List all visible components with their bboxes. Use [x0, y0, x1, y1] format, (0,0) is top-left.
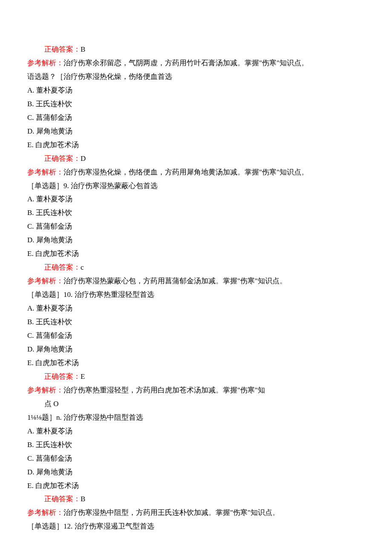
option-e: E. 白虎加苍术汤: [27, 356, 365, 370]
answer-label: 正确答案：: [44, 263, 81, 271]
answer-label: 正确答案：: [44, 372, 81, 381]
answer-line: 正确答案：D: [27, 152, 365, 166]
answer-line: 正确答案：B: [27, 492, 365, 506]
explanation-continue: 点 O: [27, 397, 365, 411]
option-b: B. 王氏连朴饮: [27, 438, 365, 452]
explanation-label: 参考解析：: [27, 277, 63, 285]
explanation-line: 参考解析：治疗伤寒热重湿轻型，方药用白虎加苍术汤加减。掌握"伤寒"知: [27, 384, 365, 397]
option-d: D. 犀角地黄汤: [27, 233, 365, 247]
explanation-label: 参考解析：: [27, 168, 63, 176]
option-a: A. 董朴夏苓汤: [27, 302, 365, 315]
explanation-text: 治疗伤寒湿热中阻型，方药用王氏连朴饮加减。掌握"伤寒"知识点。: [63, 509, 280, 517]
answer-line: 正确答案：c: [27, 261, 365, 274]
explanation-line: 参考解析：治疗伤寒湿热中阻型，方药用王氏连朴饮加减。掌握"伤寒"知识点。: [27, 506, 365, 520]
answer-label: 正确答案：: [44, 154, 81, 163]
explanation-label: 参考解析：: [27, 386, 63, 394]
option-c: C. 菖蒲郁金汤: [27, 452, 365, 465]
answer-line: 正确答案：E: [27, 370, 365, 384]
option-d: D. 犀角地黄汤: [27, 465, 365, 479]
explanation-label: 参考解析：: [27, 59, 63, 67]
option-b: B. 王氏连朴饮: [27, 206, 365, 220]
option-e: E. 白虎加苍术汤: [27, 247, 365, 261]
option-e: E. 白虎加苍术汤: [27, 138, 365, 152]
answer-value: B: [81, 45, 85, 53]
option-a: A. 董朴夏苓汤: [27, 424, 365, 438]
explanation-text: 治疗伤寒湿热化燥，伤络便血，方药用犀角地黄汤加减。掌握"伤寒"知识点。: [63, 168, 308, 176]
question-stem: 语选题？［治疗伤寒湿热化燥，伤络便血首选: [27, 70, 365, 84]
option-c: C. 菖蒲郁金汤: [27, 111, 365, 125]
answer-label: 正确答案：: [44, 495, 81, 503]
option-c: C. 菖蒲郁金汤: [27, 329, 365, 343]
option-b: B. 王氏连朴饮: [27, 315, 365, 329]
answer-value: E: [81, 372, 85, 381]
question-stem: ［单选题］10. 治疗伤寒热重湿轻型首选: [27, 288, 365, 302]
answer-value: B: [81, 495, 85, 503]
option-a: A. 董朴夏苓汤: [27, 192, 365, 206]
question-stem: ［单选题］9. 治疗伤寒湿热蒙蔽心包首选: [27, 179, 365, 193]
explanation-text: 治疗伤寒余邪留恋，气阴两虚，方药用竹叶石膏汤加减。掌握"伤寒"知识点。: [63, 59, 308, 67]
option-d: D. 犀角地黄汤: [27, 343, 365, 356]
explanation-line: 参考解析：治疗伤寒湿热化燥，伤络便血，方药用犀角地黄汤加减。掌握"伤寒"知识点。: [27, 166, 365, 179]
answer-value: D: [81, 154, 86, 163]
question-stem: ［单选题］12. 治疗伤寒湿遏卫气型首选: [27, 520, 365, 533]
explanation-text: 治疗伤寒湿热蒙蔽心包，方药用菖蒲郁金汤加减。掌握"伤寒"知识点。: [63, 277, 287, 285]
option-a: A. 董朴夏苓汤: [27, 84, 365, 97]
option-b: B. 王氏连朴饮: [27, 97, 365, 111]
explanation-line: 参考解析：治疗伤寒湿热蒙蔽心包，方药用菖蒲郁金汤加减。掌握"伤寒"知识点。: [27, 274, 365, 288]
answer-line: 正确答案：B: [27, 43, 365, 56]
explanation-text: 治疗伤寒热重湿轻型，方药用白虎加苍术汤加减。掌握"伤寒"知: [63, 386, 265, 394]
answer-value: c: [81, 263, 84, 271]
option-d: D. 犀角地黄汤: [27, 125, 365, 138]
option-c: C. 菖蒲郁金汤: [27, 220, 365, 233]
question-stem: 1⅛⅛题］n. 治疗伤寒湿热中阻型首选: [27, 411, 365, 424]
answer-label: 正确答案：: [44, 45, 81, 53]
explanation-label: 参考解析：: [27, 509, 63, 517]
option-e: E. 白虎加苍术汤: [27, 479, 365, 493]
explanation-line: 参考解析：治疗伤寒余邪留恋，气阴两虚，方药用竹叶石膏汤加减。掌握"伤寒"知识点。: [27, 56, 365, 70]
